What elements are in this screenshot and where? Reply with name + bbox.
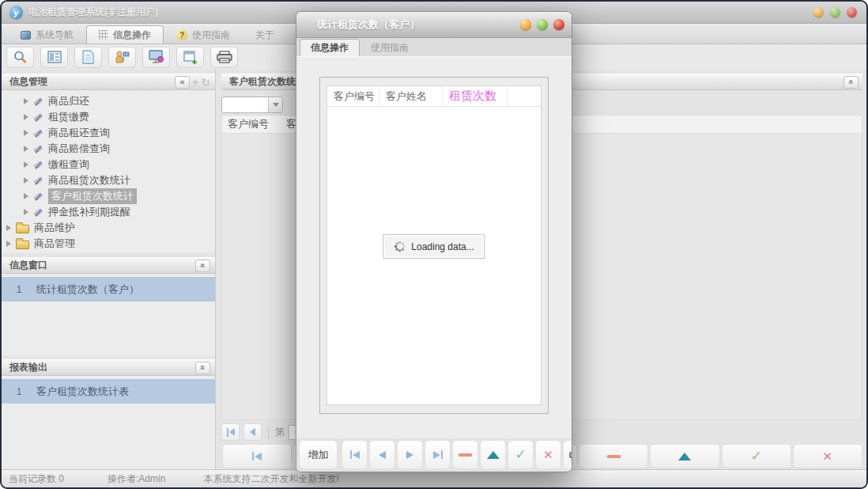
tree-item-rent-return-query[interactable]: 商品租还查询 [2, 125, 215, 141]
tab-user-guide[interactable]: ? 使用指南 [164, 25, 243, 44]
first-record-button[interactable] [342, 440, 368, 469]
collapse-up-button[interactable]: « [843, 76, 859, 89]
tree-item-compensation-query[interactable]: 商品赔偿查询 [2, 141, 215, 157]
stats-dialog: 统计租赁次数（客户） 信息操作 使用指南 客户编号 客户姓名 租 [296, 11, 572, 472]
status-message: 本系统支持二次开发和全新开发! [203, 472, 338, 486]
dialog-titlebar: 统计租赁次数（客户） [296, 12, 572, 38]
expand-icon[interactable] [24, 193, 28, 199]
combo-dropdown-button[interactable] [268, 97, 282, 112]
first-icon [252, 452, 262, 461]
print-button[interactable] [210, 47, 238, 68]
window-add-button[interactable] [176, 47, 204, 68]
user-config-icon [115, 50, 130, 64]
row-label: 统计租赁次数（客户） [36, 282, 139, 297]
dialog-close-button[interactable] [553, 19, 564, 30]
content-panel-title: 客户租赁次数统计 [229, 75, 305, 89]
tab-label: 使用指南 [371, 41, 409, 55]
dialog-maximize-button[interactable] [537, 19, 548, 30]
tab-info-ops[interactable]: 信息操作 [86, 25, 164, 44]
cancel-button[interactable] [535, 440, 561, 469]
divider [268, 426, 269, 438]
tree-item-rental-payment[interactable]: 租赁缴费 [2, 109, 215, 125]
collapse-up-button[interactable]: « [195, 362, 210, 374]
next-record-button[interactable] [397, 440, 423, 469]
close-button[interactable] [847, 7, 857, 17]
add-button-label: 增加 [308, 448, 329, 462]
tab-about[interactable]: 关于 [243, 25, 287, 44]
last-record-button[interactable] [425, 440, 451, 469]
filter-combobox[interactable] [221, 97, 283, 113]
cancel-button[interactable] [793, 444, 862, 468]
loading-text: Loading data... [411, 241, 474, 252]
document-button[interactable] [74, 47, 102, 68]
collapse-left-button[interactable]: « [175, 76, 190, 89]
grid-icon [99, 30, 108, 40]
confirm-button[interactable] [508, 440, 534, 469]
expand-icon[interactable] [24, 209, 28, 215]
expand-icon[interactable] [24, 177, 28, 184]
expand-icon[interactable] [24, 114, 28, 120]
info-mgmt-header: 信息管理 « + ↻ [2, 74, 215, 90]
prev-record-button[interactable] [369, 440, 395, 469]
add-icon[interactable]: + [192, 77, 198, 88]
user-config-button[interactable] [108, 47, 136, 68]
info-window-title: 信息窗口 [9, 259, 47, 272]
window-add-icon [183, 51, 198, 64]
tree-item-goods-management[interactable]: 商品管理 [2, 236, 215, 252]
info-mgmt-tree: 商品归还 租赁缴费 商品租还查询 商品赔偿查询 [2, 90, 215, 253]
delete-record-button[interactable] [579, 444, 648, 468]
edit-record-button[interactable] [480, 440, 506, 469]
column-header[interactable]: 客户编号 [327, 86, 379, 106]
column-header [508, 86, 541, 106]
tool-icon [33, 128, 43, 138]
tree-item-deposit-reminder[interactable]: 押金抵补到期提醒 [2, 204, 215, 220]
expand-icon[interactable] [6, 225, 11, 231]
add-button[interactable]: 增加 [299, 440, 338, 469]
tree-item-goods-maintenance[interactable]: 商品维护 [2, 220, 215, 236]
first-page-button[interactable] [221, 423, 240, 441]
dialog-grid: 客户编号 客户姓名 租赁次数 [326, 85, 542, 405]
report-output-row[interactable]: 1 客户租赁次数统计表 [2, 379, 215, 404]
maximize-button[interactable] [830, 7, 840, 17]
expand-icon[interactable] [24, 98, 28, 104]
expand-icon[interactable] [24, 146, 28, 152]
tab-label: 使用指南 [192, 28, 230, 42]
row-number: 1 [2, 386, 36, 397]
column-header[interactable]: 客户姓名 [379, 86, 443, 106]
delete-record-button[interactable] [452, 440, 478, 469]
tree-item-customer-rental-stats[interactable]: 客户租赁次数统计 [2, 188, 215, 204]
dialog-tab-user-guide[interactable]: 使用指南 [360, 39, 420, 56]
next-icon [406, 451, 413, 459]
first-icon [350, 450, 360, 459]
sidebar: 信息管理 « + ↻ 商品归还 租赁缴费 [2, 70, 216, 469]
confirm-button[interactable] [722, 444, 791, 468]
x-icon [543, 448, 553, 462]
first-record-button[interactable] [222, 444, 292, 468]
expand-icon[interactable] [24, 161, 28, 168]
tree-item-goods-rental-stats[interactable]: 商品租赁次数统计 [2, 172, 215, 188]
column-header[interactable]: 客户编号 [228, 117, 286, 131]
report-button[interactable] [40, 47, 68, 68]
expand-icon[interactable] [24, 130, 28, 136]
tree-item-label: 押金抵补到期提醒 [48, 205, 130, 219]
prev-page-button[interactable] [243, 423, 262, 441]
dialog-tab-info-ops[interactable]: 信息操作 [300, 39, 360, 56]
expand-icon[interactable] [6, 241, 11, 247]
info-window-header: 信息窗口 « [2, 257, 215, 274]
minus-icon [459, 453, 472, 457]
tree-item-rent-pay-query[interactable]: 缴租查询 [2, 157, 215, 172]
dialog-minimize-button[interactable] [520, 19, 531, 30]
monitor-button[interactable] [142, 47, 170, 68]
minimize-button[interactable] [813, 7, 824, 17]
tab-system-nav[interactable]: 系统导航 [8, 25, 86, 44]
collapse-up-button[interactable]: « [195, 260, 210, 272]
info-window-row[interactable]: 1 统计租赁次数（客户） [2, 277, 215, 301]
document-icon [82, 50, 94, 64]
refresh-icon[interactable]: ↻ [201, 77, 210, 88]
column-header[interactable]: 租赁次数 [443, 86, 508, 106]
print-record-button[interactable] [563, 440, 572, 469]
tree-item-goods-return[interactable]: 商品归还 [2, 93, 215, 109]
edit-record-button[interactable] [650, 444, 719, 468]
tool-icon [33, 144, 43, 154]
search-button[interactable] [6, 47, 34, 68]
